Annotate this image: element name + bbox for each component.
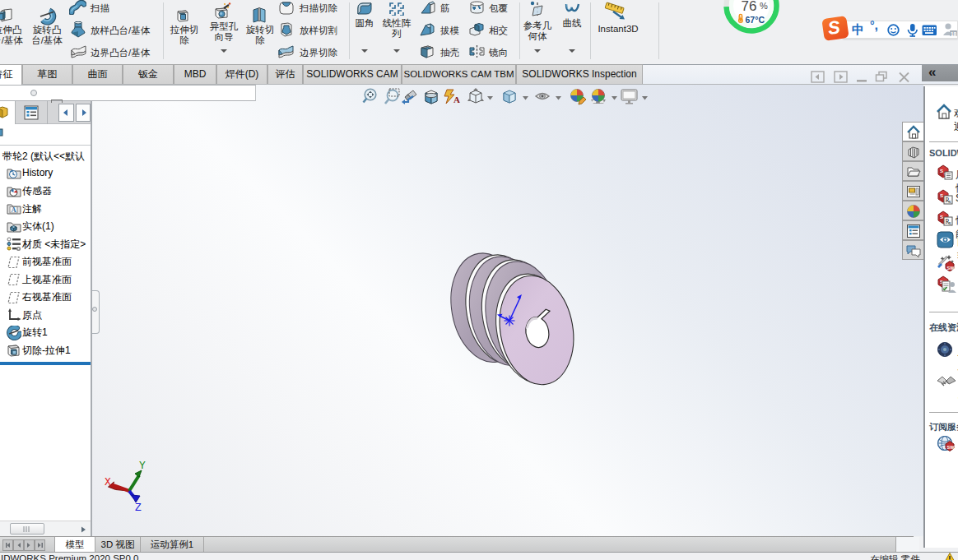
svg-text:SW: SW: [947, 266, 956, 271]
svg-text:A: A: [453, 95, 460, 104]
svg-text:18: 18: [951, 31, 957, 37]
svg-text:76: 76: [742, 0, 757, 14]
svg-text:Z: Z: [135, 502, 142, 514]
svg-text:S: S: [940, 215, 943, 220]
svg-text:Y: Y: [139, 460, 146, 472]
svg-text:S: S: [940, 169, 943, 174]
svg-text:S: S: [940, 193, 943, 198]
svg-text:%: %: [760, 1, 768, 11]
svg-text:x: x: [949, 220, 951, 225]
svg-text:SW: SW: [947, 445, 956, 450]
svg-text:x: x: [949, 199, 951, 204]
svg-text:X: X: [105, 476, 111, 488]
svg-text:A: A: [11, 206, 16, 214]
svg-text:67°C: 67°C: [746, 15, 765, 25]
